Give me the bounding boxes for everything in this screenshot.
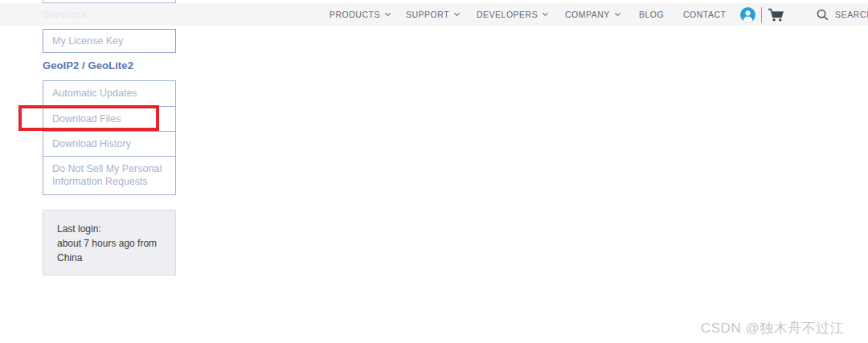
nav-item-contact[interactable]: CONTACT xyxy=(683,3,726,26)
last-login-line: about 7 hours ago from xyxy=(57,236,175,251)
account-button[interactable] xyxy=(740,7,755,22)
watermark: CSDN @独木舟不过江 xyxy=(701,319,844,337)
sidebar-menu: Automatic Updates Download Files Downloa… xyxy=(43,80,176,195)
nav-item-company[interactable]: COMPANY xyxy=(565,3,620,26)
search-button[interactable]: SEARCH xyxy=(817,3,868,26)
nav-item-products[interactable]: PRODUCTS xyxy=(330,3,390,26)
search-label: SEARCH xyxy=(835,10,868,19)
chevron-down-icon xyxy=(385,10,391,16)
shopping-cart-icon xyxy=(768,8,784,22)
top-navbar: Services PRODUCTS SUPPORT DEVELOPERS COM… xyxy=(0,3,868,26)
navbar-icon-group xyxy=(740,3,784,26)
last-login-box: Last login: about 7 hours ago from China xyxy=(43,210,176,276)
sidebar-item-do-not-sell[interactable]: Do Not Sell My Personal Information Requ… xyxy=(43,156,175,194)
cart-button[interactable] xyxy=(768,8,784,22)
last-login-line: China xyxy=(57,251,175,265)
sidebar-item-download-history[interactable]: Download History xyxy=(43,131,175,156)
nav-item-label: CONTACT xyxy=(683,10,726,19)
sidebar-item-my-license-key[interactable]: My License Key xyxy=(43,29,176,53)
navbar-divider xyxy=(761,7,762,22)
page: Services PRODUCTS SUPPORT DEVELOPERS COM… xyxy=(0,0,868,343)
nav-item-support[interactable]: SUPPORT xyxy=(406,3,459,26)
sidebar-section-heading-geoip2: GeoIP2 / GeoLite2 xyxy=(43,59,133,71)
nav-item-label: COMPANY xyxy=(565,10,610,19)
chevron-down-icon xyxy=(454,10,460,16)
chevron-down-icon xyxy=(542,10,548,16)
nav-item-label: DEVELOPERS xyxy=(477,10,538,19)
chevron-down-icon xyxy=(615,10,620,16)
sidebar-item-download-files[interactable]: Download Files xyxy=(43,106,175,131)
nav-item-label: SUPPORT xyxy=(406,10,449,19)
nav-item-developers[interactable]: DEVELOPERS xyxy=(477,3,547,26)
nav-item-blog[interactable]: BLOG xyxy=(639,3,664,26)
nav-item-label: PRODUCTS xyxy=(330,10,380,19)
sidebar-item-automatic-updates[interactable]: Automatic Updates xyxy=(43,81,175,106)
services-ghost-heading: Services xyxy=(43,3,87,26)
last-login-line: Last login: xyxy=(57,222,175,236)
user-circle-icon xyxy=(740,7,755,22)
nav-item-label: BLOG xyxy=(639,10,664,19)
magnifier-icon xyxy=(817,9,829,21)
